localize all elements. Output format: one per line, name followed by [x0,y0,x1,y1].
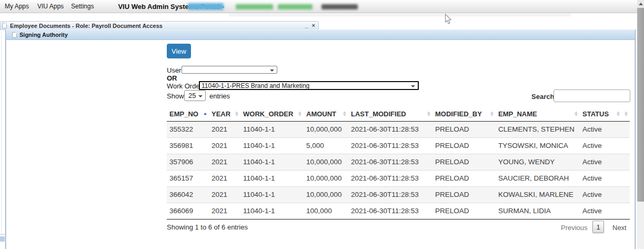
sort-icon [343,112,346,116]
work-order-label: Work Order: [167,82,204,91]
pagination-page-1-button[interactable]: 1 [592,221,604,233]
table-cell: 2021 [209,154,240,170]
menu-item-settings[interactable]: Settings [69,3,96,10]
work-order-select-value: 11040-1-1-PRES Brand and Marketing [202,82,309,89]
table-cell: PRELOAD [432,121,496,137]
background-window-edge [0,234,5,235]
sort-icon [235,112,238,116]
table-cell: 11040-1-1 [240,186,304,203]
table-cell: 2021 [209,186,240,203]
sort-icon [427,112,430,116]
table-cell: 2021 [209,170,240,186]
table-row: 366042202111040-1-110,000,0002021-06-30T… [167,186,630,203]
mouse-cursor [445,14,452,25]
table-cell: 10,000,000 [304,186,348,203]
table-cell: 2021-06-30T11:28:53 [348,154,432,170]
search-input[interactable] [554,89,630,102]
column-header-emp-no[interactable]: EMP_NO [167,107,209,121]
column-header-extra[interactable] [622,107,630,121]
table-cell: SAUCIER, DEBORAH [496,170,580,186]
table-body: 355322202111040-1-110,000,0002021-06-30T… [167,121,630,219]
table-cell: PRELOAD [432,186,496,203]
table-cell: 11040-1-1 [240,121,304,137]
search-label: Search: [531,93,557,101]
table-cell [622,203,630,219]
document-icon [12,32,17,38]
signing-authority-bar: Signing Authority [6,29,635,40]
column-header-label: STATUS [582,110,609,118]
table-row: 357906202111040-1-110,000,0002021-06-30T… [167,154,630,170]
background-window-corner [0,236,5,242]
table-row: 356981202111040-1-15,0002021-06-30T11:28… [167,137,630,154]
chevron-down-icon [198,95,203,97]
chevron-down-icon [411,85,415,87]
column-header-year[interactable]: YEAR [209,107,240,121]
or-label: OR [167,74,177,83]
table-cell: YOUNG, WENDY [496,154,580,170]
table-cell [622,121,630,137]
table-cell: 11040-1-1 [240,170,304,186]
table-cell [622,170,630,186]
table-cell: 2021-06-30T11:28:53 [348,203,432,219]
table-cell: 2021 [209,203,240,219]
table-cell: 11040-1-1 [240,137,304,154]
redacted-status-text-2 [278,4,313,9]
redacted-username-text [188,3,224,10]
menubar-sub-strip [229,13,571,16]
page-length-value: 25 [188,92,196,99]
page: My Apps VIU Apps Settings VIU Web Admin … [0,0,644,249]
sort-icon [625,112,628,116]
column-header-label: AMOUNT [306,110,336,118]
page-length-select[interactable]: 25 [184,90,206,101]
menu-item-viu-apps[interactable]: VIU Apps [35,3,66,10]
column-header-label: WORK_ORDER [243,110,293,118]
column-header-label: YEAR [212,110,230,118]
column-header-status[interactable]: STATUS [580,107,622,121]
employee-documents-window: Signing Authority View User: OR Work Ord… [5,29,636,249]
table-cell: 10,000,000 [304,121,348,137]
column-header-work-order[interactable]: WORK_ORDER [240,107,304,121]
work-order-select[interactable]: 11040-1-1-PRES Brand and Marketing [199,81,419,90]
pagination-previous-button[interactable]: Previous [561,224,588,232]
pagination-next-button[interactable]: Next [612,224,627,232]
table-cell: Active [580,154,622,170]
chevron-down-icon [270,69,274,72]
sort-icon [617,112,620,116]
table-cell: 100,000 [304,203,348,219]
column-header-emp-name[interactable]: EMP_NAME [496,107,580,121]
background-window-edge [1,32,2,234]
table-cell: 2021-06-30T11:28:53 [348,137,432,154]
table-cell: 2021-06-30T11:28:53 [348,121,432,137]
triangle-up-icon [639,3,643,5]
table-cell [622,137,630,154]
table-cell [622,186,630,203]
vertical-scrollbar[interactable] [637,0,644,249]
menu-item-my-apps[interactable]: My Apps [3,3,31,10]
table-cell: PRELOAD [432,203,496,219]
close-button[interactable]: × [312,23,315,28]
sort-ascending-icon [204,113,207,115]
table-info-text: Showing 1 to 6 of 6 entries [167,223,248,231]
table-cell: TYSOWSKI, MONICA [496,137,580,154]
minimize-button[interactable]: _ [305,23,308,28]
column-header-label: LAST_MODIFIED [351,110,406,118]
scrollbar-up-button[interactable] [637,0,644,8]
column-header-label: MODIFIED_BY [435,110,482,118]
window-title: Employee Documents - Role: Payroll Docum… [10,23,163,29]
scrollbar-thumb[interactable] [637,8,644,202]
column-header-modified-by[interactable]: MODIFIED_BY [432,107,496,121]
column-header-amount[interactable]: AMOUNT [304,107,348,121]
table-cell: 366042 [167,186,209,203]
table-cell: 366069 [167,203,209,219]
view-button[interactable]: View [167,44,191,58]
user-select[interactable] [182,66,277,74]
table-cell: 11040-1-1 [240,203,304,219]
table-cell: Active [580,186,622,203]
window-titlebar: Employee Documents - Role: Payroll Docum… [0,21,319,30]
table-cell: CLEMENTS, STEPHEN [496,121,580,137]
table-cell: 2021-06-30T11:28:53 [348,186,432,203]
show-label: Show [167,92,184,101]
table-cell [622,154,630,170]
document-icon [2,23,7,28]
column-header-last-modified[interactable]: LAST_MODIFIED [348,107,432,121]
